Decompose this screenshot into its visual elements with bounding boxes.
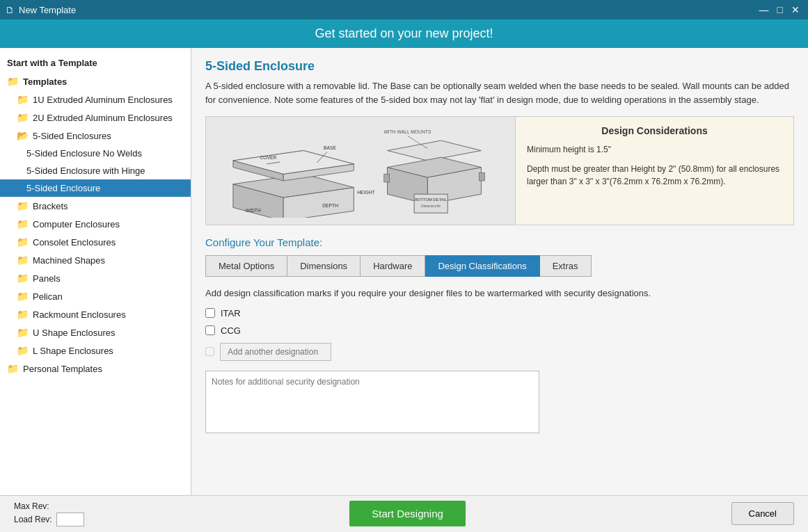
load-rev-label: Load Rev:	[14, 515, 52, 524]
sidebar-root-label: Templates	[23, 76, 67, 87]
sidebar-item-personal[interactable]: 📁 Personal Templates	[0, 360, 191, 378]
sidebar-item-1u[interactable]: 📁 1U Extruded Aluminum Enclosures	[0, 90, 191, 108]
svg-text:WIDTH: WIDTH	[246, 208, 261, 213]
max-rev-label: Max Rev:	[14, 501, 49, 511]
configure-title: Configure Your Template:	[205, 236, 794, 248]
sidebar-label-personal: Personal Templates	[23, 364, 102, 374]
folder-icon-consolet: 📁	[17, 236, 29, 248]
description: A 5-sided enclosure with a removable lid…	[205, 79, 794, 106]
sidebar-item-computer[interactable]: 📁 Computer Enclosures	[0, 215, 191, 233]
design-consideration-2: Depth must be greater than Height by 2" …	[527, 163, 782, 188]
ccg-row: CCG	[205, 325, 794, 336]
ccg-checkbox[interactable]	[205, 325, 215, 335]
design-consideration-1: Minimum height is 1.5"	[527, 143, 782, 156]
bottom-bar: Max Rev: Load Rev: Start Designing Cance…	[0, 495, 808, 531]
sidebar-item-5sided-folder[interactable]: 📂 5-Sided Enclosures	[0, 127, 191, 145]
design-considerations: Design Considerations Minimum height is …	[515, 117, 793, 225]
tab-extras[interactable]: Extras	[540, 255, 592, 277]
folder-icon-2u: 📁	[17, 112, 29, 123]
folder-icon-1u: 📁	[17, 94, 29, 105]
tab-metal[interactable]: Metal Options	[205, 255, 287, 277]
sidebar-section-header: Start with a Template	[0, 54, 191, 72]
title-bar: 🗋 New Template — □ ✕	[0, 0, 808, 19]
sidebar-label-brackets: Brackets	[33, 201, 68, 211]
sidebar-label-nowelds: 5-Sided Enclosure No Welds	[26, 148, 142, 159]
title-bar-controls: — □ ✕	[756, 4, 802, 15]
design-classifications-panel: Add design classification marks if you r…	[205, 288, 794, 435]
add-designation-checkbox[interactable]	[205, 347, 214, 356]
sidebar-label-lshape: L Shape Enclosures	[33, 346, 113, 356]
sidebar-item-brackets[interactable]: 📁 Brackets	[0, 197, 191, 215]
cancel-button[interactable]: Cancel	[731, 502, 794, 525]
content-area: 5-Sided Enclosure A 5-sided enclosure wi…	[191, 48, 808, 495]
sidebar-label-panels: Panels	[33, 273, 61, 284]
minimize-button[interactable]: —	[756, 4, 772, 15]
load-rev-input[interactable]	[56, 513, 84, 526]
tab-dimensions[interactable]: Dimensions	[287, 255, 361, 277]
folder-icon-5sided: 📂	[17, 130, 29, 141]
bottom-left: Max Rev: Load Rev:	[14, 501, 84, 526]
header-banner: Get started on your new project!	[0, 19, 808, 48]
svg-marker-16	[388, 140, 482, 161]
folder-icon-personal: 📁	[7, 363, 19, 374]
itar-checkbox[interactable]	[205, 308, 215, 318]
tab-hardware[interactable]: Hardware	[361, 255, 425, 277]
enclosure-image: WIDTH DEPTH HEIGHT COVER BASE	[206, 117, 515, 225]
svg-text:Distance info: Distance info	[421, 204, 441, 208]
sidebar-label-computer: Computer Enclosures	[33, 219, 120, 229]
sidebar-label-consolet: Consolet Enclosures	[33, 237, 116, 248]
sidebar-item-machined[interactable]: 📁 Machined Shapes	[0, 251, 191, 269]
dc-description: Add design classification marks if you r…	[205, 288, 794, 298]
folder-icon-pelican: 📁	[17, 291, 29, 302]
folder-icon-panels: 📁	[17, 273, 29, 284]
sidebar-label-2u: 2U Extruded Aluminum Enclosures	[33, 113, 173, 123]
sidebar-label-ushape: U Shape Enclosures	[33, 328, 116, 338]
itar-label[interactable]: ITAR	[221, 308, 241, 319]
sidebar-item-templates[interactable]: 📁 Templates	[0, 72, 191, 90]
sidebar-label-hinge: 5-Sided Enclosure with Hinge	[26, 166, 145, 176]
sidebar-item-panels[interactable]: 📁 Panels	[0, 269, 191, 287]
svg-text:COVER: COVER	[260, 155, 276, 160]
title-bar-left: 🗋 New Template	[6, 5, 76, 15]
start-designing-button[interactable]: Start Designing	[349, 501, 466, 526]
image-row: WIDTH DEPTH HEIGHT COVER BASE	[205, 116, 794, 225]
folder-icon-brackets: 📁	[17, 200, 29, 211]
window-title: New Template	[19, 5, 76, 15]
section-title: 5-Sided Enclosure	[205, 59, 794, 74]
sidebar-title: Start with a Template	[7, 58, 97, 68]
sidebar-label-5sided-enclosure: 5-Sided Enclosure	[26, 183, 100, 193]
folder-icon-templates: 📁	[7, 76, 19, 87]
sidebar-label-rackmount: Rackmount Enclosures	[33, 309, 126, 320]
folder-icon-computer: 📁	[17, 218, 29, 229]
banner-text: Get started on your new project!	[315, 26, 493, 40]
sidebar-item-2u[interactable]: 📁 2U Extruded Aluminum Enclosures	[0, 108, 191, 127]
load-rev-row: Load Rev:	[14, 513, 84, 526]
ccg-label[interactable]: CCG	[221, 325, 241, 336]
main-layout: Start with a Template 📁 Templates 📁 1U E…	[0, 48, 808, 495]
sidebar-item-lshape[interactable]: 📁 L Shape Enclosures	[0, 341, 191, 360]
sidebar-item-5sided-hinge[interactable]: 5-Sided Enclosure with Hinge	[0, 162, 191, 179]
svg-text:DEPTH: DEPTH	[322, 203, 338, 208]
sidebar-item-consolet[interactable]: 📁 Consolet Enclosures	[0, 233, 191, 251]
design-considerations-title: Design Considerations	[527, 125, 782, 136]
svg-rect-18	[384, 174, 390, 182]
svg-rect-19	[480, 172, 485, 181]
add-designation-input[interactable]	[220, 343, 331, 361]
sidebar-item-5sided-enclosure[interactable]: 5-Sided Enclosure	[0, 179, 191, 197]
svg-text:HEIGHT: HEIGHT	[357, 190, 374, 195]
enclosure-svg: WIDTH DEPTH HEIGHT COVER BASE	[213, 124, 508, 218]
sidebar: Start with a Template 📁 Templates 📁 1U E…	[0, 48, 191, 495]
tab-bar: Metal Options Dimensions Hardware Design…	[205, 255, 794, 277]
folder-icon-rackmount: 📁	[17, 309, 29, 320]
notes-textarea[interactable]	[205, 371, 539, 433]
maximize-button[interactable]: □	[775, 4, 786, 15]
sidebar-item-5sided-nowelds[interactable]: 5-Sided Enclosure No Welds	[0, 145, 191, 162]
sidebar-item-ushape[interactable]: 📁 U Shape Enclosures	[0, 323, 191, 341]
folder-icon-lshape: 📁	[17, 345, 29, 356]
max-rev-row: Max Rev:	[14, 501, 84, 511]
tab-design-classifications[interactable]: Design Classifications	[425, 255, 539, 277]
svg-text:BOTTOM DETAIL: BOTTOM DETAIL	[415, 198, 447, 202]
sidebar-item-rackmount[interactable]: 📁 Rackmount Enclosures	[0, 305, 191, 323]
sidebar-item-pelican[interactable]: 📁 Pelican	[0, 287, 191, 305]
close-button[interactable]: ✕	[789, 4, 802, 15]
